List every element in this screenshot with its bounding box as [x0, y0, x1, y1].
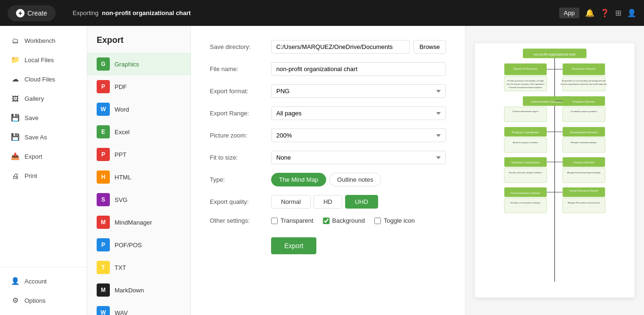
sidebar-bottom-nav: 👤Account⚙Options: [0, 272, 87, 310]
graphics-file-icon: G: [97, 57, 110, 71]
file-name-label: File name:: [210, 65, 271, 73]
export-item-html[interactable]: HHTML: [87, 166, 190, 188]
svg-rect-42: [504, 168, 547, 183]
export-item-ppt[interactable]: PPPT: [87, 143, 190, 166]
help-icon[interactable]: ❓: [600, 8, 610, 17]
svg-text:Responsible for communicating : Responsible for communicating and strate…: [562, 80, 606, 82]
export-icon: 📤: [10, 152, 20, 161]
svg-text:Administrative Assistant: Administrative Assistant: [531, 100, 562, 103]
export-button-row: Export: [210, 233, 446, 254]
fit-to-size-select[interactable]: NoneA4A3Letter: [271, 151, 446, 164]
account-icon: 👤: [10, 276, 20, 286]
plus-icon: +: [16, 9, 25, 17]
transparent-checkbox[interactable]: [271, 218, 278, 224]
toggle-icon-checkbox-label[interactable]: Toggle icon: [374, 217, 415, 224]
export-item-mindmanager[interactable]: MMindManager: [87, 211, 190, 234]
background-checkbox[interactable]: [323, 218, 330, 224]
user-icon[interactable]: 👤: [627, 8, 636, 17]
file-name-row: File name:: [210, 62, 446, 76]
export-item-word[interactable]: WWord: [87, 98, 190, 121]
picture-zoom-control: 100%150%200%300%: [271, 129, 446, 142]
export-item-markdown[interactable]: MMarkDown: [87, 279, 190, 301]
svg-text:Provides administrative suppor: Provides administrative support: [512, 110, 539, 113]
background-label: Background: [332, 217, 365, 224]
export-item-txt[interactable]: TTXT: [87, 256, 190, 279]
sidebar-item-export[interactable]: 📤Export: [3, 147, 84, 166]
svg-text:Ensures organizational operati: Ensures organizational operations and re…: [561, 83, 608, 85]
grid-icon[interactable]: ⊞: [615, 8, 621, 17]
export-item-svg[interactable]: SSVG: [87, 188, 190, 211]
export-format-select[interactable]: PNGJPGBMPGIF: [271, 84, 446, 98]
type-mindmap-button[interactable]: The Mind Map: [271, 173, 326, 186]
export-range-select[interactable]: All pagesCurrent pageSelected: [271, 106, 446, 120]
svg-text:Financial oversight and legal : Financial oversight and legal compliance: [509, 86, 542, 89]
export-button[interactable]: Export: [271, 237, 316, 254]
svg-rect-32: [504, 137, 547, 153]
svg-text:Recruits, trains and manages v: Recruits, trains and manages volunteers: [509, 171, 542, 174]
app-button[interactable]: App: [559, 8, 579, 18]
svg-text:Human Resources Director: Human Resources Director: [570, 189, 598, 192]
sidebar-item-workbench[interactable]: 🗂Workbench: [3, 31, 84, 50]
fit-to-size-label: Fit to size:: [210, 154, 271, 161]
type-group: The Mind Map Outline notes: [271, 173, 381, 186]
file-name-control: [271, 62, 446, 76]
svg-text:non-profit organizational char: non-profit organizational chart: [534, 53, 576, 57]
sidebar-item-local-files[interactable]: 📁Local Files: [3, 50, 84, 69]
sidebar-item-save-as[interactable]: 💾Save As: [3, 128, 84, 146]
pof-file-icon: P: [97, 238, 110, 251]
background-checkbox-label[interactable]: Background: [323, 217, 365, 224]
svg-rect-54: [562, 198, 605, 213]
quality-hd-button[interactable]: HD: [314, 195, 342, 209]
exporting-label: Exporting non-profit organizational char…: [73, 9, 191, 16]
export-item-wav[interactable]: WWAV: [87, 301, 190, 315]
sidebar-item-save[interactable]: 💾Save: [3, 108, 84, 127]
export-item-pdf[interactable]: PPDF: [87, 75, 190, 98]
file-name-input[interactable]: [271, 62, 446, 76]
export-format-label: Export format:: [210, 88, 271, 95]
save-icon: 💾: [10, 113, 20, 122]
sidebar: 🗂Workbench📁Local Files☁Cloud Files🖼Galle…: [0, 26, 87, 315]
sidebar-item-gallery[interactable]: 🖼Gallery: [3, 89, 84, 108]
picture-zoom-row: Picture zoom: 100%150%200%300%: [210, 129, 446, 142]
topbar-right: App 🔔 ❓ ⊞ 👤: [559, 8, 636, 18]
picture-zoom-select[interactable]: 100%150%200%300%: [271, 129, 446, 142]
toggle-icon-checkbox[interactable]: [374, 218, 381, 224]
export-range-row: Export Range: All pagesCurrent pageSelec…: [210, 106, 446, 120]
type-outline-button[interactable]: Outline notes: [329, 173, 381, 186]
export-range-control: All pagesCurrent pageSelected: [271, 106, 446, 120]
browse-button[interactable]: Browse: [413, 40, 446, 54]
svg-text:Executive Director: Executive Director: [572, 67, 595, 70]
export-format-row: Export format: PNGJPGBMPGIF: [210, 84, 446, 98]
sidebar-item-cloud-files[interactable]: ☁Cloud Files: [3, 70, 84, 89]
save-directory-label: Save directory:: [210, 43, 271, 50]
sidebar-item-print[interactable]: 🖨Print: [3, 166, 84, 185]
export-item-excel[interactable]: EExcel: [87, 121, 190, 143]
excel-file-icon: E: [97, 125, 110, 138]
form-area: Save directory: Browse File name: Export…: [191, 26, 465, 315]
fit-to-size-control: NoneA4A3Letter: [271, 151, 446, 164]
sidebar-item-options[interactable]: ⚙Options: [3, 291, 84, 310]
markdown-file-icon: M: [97, 283, 110, 297]
sidebar-bottom: 👤Account⚙Options: [0, 267, 87, 310]
type-row: Type: The Mind Map Outline notes: [210, 173, 446, 186]
save-directory-input[interactable]: [271, 40, 410, 54]
export-item-graphics[interactable]: GGraphics: [87, 53, 190, 75]
svg-text:Assists for program coordinato: Assists for program coordinator: [512, 141, 538, 144]
save-directory-row: Save directory: Browse: [210, 40, 446, 54]
svg-text:Manages HR operations and pers: Manages HR operations and personnel: [568, 202, 600, 204]
type-label: Type:: [210, 176, 271, 183]
quality-uhd-button[interactable]: UHD: [345, 195, 378, 209]
bell-icon[interactable]: 🔔: [585, 8, 594, 17]
html-file-icon: H: [97, 170, 110, 184]
svg-rect-34: [562, 137, 605, 153]
org-chart-preview: non-profit organizational chart Board of…: [475, 43, 635, 298]
export-format-panel: Export GGraphicsPPDFWWordEExcelPPPTHHTML…: [87, 26, 191, 315]
quality-normal-button[interactable]: Normal: [271, 195, 311, 209]
create-button[interactable]: + Create: [8, 5, 56, 21]
svg-rect-44: [562, 168, 605, 183]
svg-text:Program Director: Program Director: [573, 100, 595, 103]
sidebar-item-account[interactable]: 👤Account: [3, 272, 84, 291]
transparent-checkbox-label[interactable]: Transparent: [271, 217, 314, 224]
export-quality-label: Export quality:: [210, 198, 271, 205]
export-item-pof[interactable]: PPOF/POS: [87, 234, 190, 256]
